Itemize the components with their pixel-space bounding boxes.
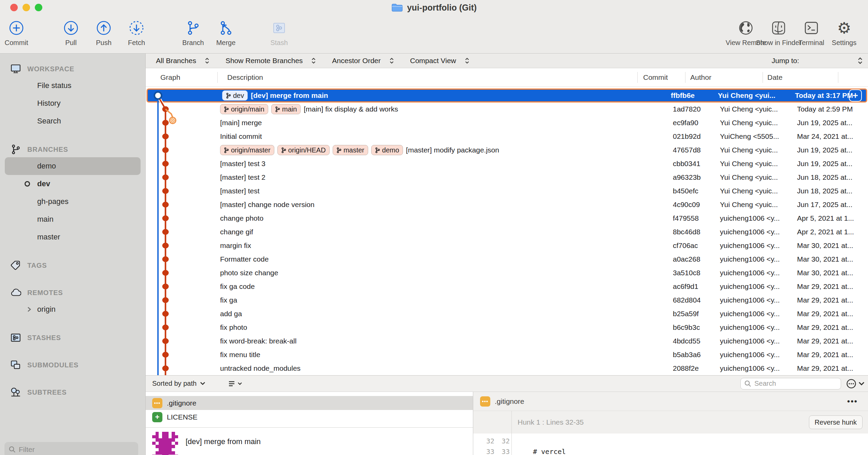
filter-dropdown-compact-view[interactable]: Compact View — [410, 57, 470, 65]
more-options-button[interactable]: ••• — [847, 397, 858, 406]
commit-date: Mar 29, 2021 at... — [793, 364, 868, 372]
commit-row[interactable]: fix photob6c9b3cyuicheng1006 <y...Mar 29… — [146, 321, 868, 334]
fetch-button[interactable]: Fetch — [120, 18, 153, 47]
diff-search-box[interactable] — [740, 378, 841, 390]
commit-row[interactable]: dev[dev] merge from mainffbfb6eYui Cheng… — [147, 89, 867, 102]
diff-line[interactable]: 3333# vercel — [473, 446, 868, 455]
sidebar-item-demo[interactable]: demo — [5, 157, 141, 175]
commit-row[interactable]: change gif8bc46d8yuicheng1006 <y...Apr 2… — [146, 225, 868, 239]
sidebar-section-header-branches[interactable]: BRANCHES — [0, 142, 145, 157]
sidebar-section-header-stashes[interactable]: STASHES — [0, 330, 145, 346]
sidebar-section-remotes: REMOTESorigin — [0, 285, 145, 318]
sidebar-section-header-workspace[interactable]: WORKSPACE — [0, 61, 145, 77]
branch-label-origin-main[interactable]: origin/main — [220, 104, 268, 114]
merge-button[interactable]: Merge — [209, 18, 242, 47]
branch-label-master[interactable]: master — [333, 145, 368, 155]
sidebar-item-gh-pages[interactable]: gh-pages — [5, 193, 141, 210]
column-header-author[interactable]: Author — [685, 72, 763, 83]
commit-row[interactable]: add gab25a59fyuicheng1006 <y...Mar 29, 2… — [146, 307, 868, 321]
commit-row[interactable]: photo size change3a510c8yuicheng1006 <y.… — [146, 266, 868, 280]
commit-row[interactable]: [master] change node version4c90c09Yui C… — [146, 198, 868, 211]
sidebar-item-origin[interactable]: origin — [5, 300, 141, 318]
add-tag-button[interactable] — [849, 89, 862, 102]
commit-row[interactable]: margin fixcf706acyuicheng1006 <y...Mar 3… — [146, 239, 868, 252]
file-row-.gitignore[interactable]: •••.gitignore — [146, 396, 473, 410]
stash-button: Stash — [263, 18, 295, 47]
sidebar-section-header-subtrees[interactable]: SUBTREES — [0, 384, 145, 400]
commit-row[interactable]: Initial commit021b92dYuiCheng <5505...Ma… — [146, 130, 868, 143]
sidebar-filter-box[interactable] — [4, 442, 138, 455]
filter-dropdown-show-remote-branches[interactable]: Show Remote Branches — [226, 57, 316, 65]
commit-row[interactable]: [master] testb450efcYui Cheng <yuic...Ju… — [146, 184, 868, 198]
column-header-graph[interactable]: Graph — [146, 72, 217, 83]
diff-view-options-button[interactable] — [846, 378, 865, 389]
commit-row[interactable]: fix menu titleb5ab3a6yuicheng1006 <y...M… — [146, 348, 868, 362]
commit-row[interactable]: untracked node_modules2088f2eyuicheng100… — [146, 362, 868, 375]
diff-search-input[interactable] — [754, 380, 837, 387]
commit-row[interactable]: [master] test 2a96323bYui Cheng <yuic...… — [146, 171, 868, 184]
sidebar-item-label: dev — [37, 179, 50, 188]
filter-dropdown-ancestor-order[interactable]: Ancestor Order — [332, 57, 394, 65]
tag-icon — [10, 260, 21, 271]
reverse-hunk-button[interactable]: Reverse hunk — [809, 415, 863, 429]
description-cell: untracked node_modules — [217, 364, 667, 372]
commit-row[interactable]: origin/masterorigin/HEADmasterdemo[maste… — [146, 143, 868, 157]
sidebar-section-header-remotes[interactable]: REMOTES — [0, 285, 145, 300]
sidebar-item-main[interactable]: main — [5, 210, 141, 228]
file-added-icon: + — [152, 412, 162, 422]
changed-files-panel: •••.gitignore+LICENSE — [146, 392, 473, 455]
chevron-right-icon[interactable] — [27, 306, 32, 313]
sidebar-section-header-tags[interactable]: TAGS — [0, 258, 145, 273]
commit-row[interactable]: origin/mainmain[main] fix display & add … — [146, 102, 868, 116]
chevron-updown-icon[interactable] — [857, 57, 863, 65]
branch-label-text: main — [282, 105, 297, 113]
branch-label-origin-HEAD[interactable]: origin/HEAD — [277, 145, 330, 155]
commit-description: Formatter code — [220, 255, 269, 263]
sidebar-filter-input[interactable] — [19, 445, 134, 454]
commit-table-header: GraphDescriptionCommitAuthorDate — [146, 68, 868, 87]
search-icon — [9, 446, 16, 453]
commit-author: yuicheng1006 <y... — [715, 269, 793, 277]
diff-line[interactable]: 3232 — [473, 436, 868, 446]
sidebar-item-search[interactable]: Search — [5, 112, 141, 130]
sidebar-item-file-status[interactable]: File status — [5, 77, 141, 94]
commit-hash: 4c90c09 — [667, 201, 715, 209]
commit-author: YuiCheng <5505... — [715, 132, 793, 141]
sort-by-dropdown[interactable]: Sorted by path — [152, 380, 205, 387]
push-button[interactable]: Push — [87, 18, 120, 47]
pull-button[interactable]: Pull — [55, 18, 87, 47]
sidebar-section-header-submodules[interactable]: SUBMODULES — [0, 357, 145, 373]
commit-row[interactable]: Formatter codea0ac268yuicheng1006 <y...M… — [146, 252, 868, 266]
commit-row[interactable]: fix ga682d804yuicheng1006 <y...Mar 29, 2… — [146, 293, 868, 307]
commit-row[interactable]: fix word-break: break-all4bdcd55yuicheng… — [146, 334, 868, 348]
list-view-options-button[interactable] — [228, 380, 242, 387]
sidebar-section-tags: TAGS — [0, 258, 145, 273]
branch-button[interactable]: Branch — [177, 18, 209, 47]
branch-label-main[interactable]: main — [271, 104, 301, 114]
branch-label-origin-master[interactable]: origin/master — [220, 145, 274, 155]
column-header-description[interactable]: Description — [217, 72, 637, 83]
column-header-date[interactable]: Date — [763, 72, 838, 83]
description-cell: origin/masterorigin/HEADmasterdemo[maste… — [217, 145, 667, 155]
commit-button[interactable]: Commit — [0, 18, 33, 47]
sidebar-item-master[interactable]: master — [5, 228, 141, 246]
column-header-end[interactable] — [838, 72, 868, 83]
filter-dropdown-all-branches[interactable]: All Branches — [156, 57, 210, 65]
commit-row[interactable]: change photof479558yuicheng1006 <y...Apr… — [146, 211, 868, 225]
gutter-divider — [511, 411, 512, 434]
commit-row[interactable]: fix ga codeac6f9d1yuicheng1006 <y...Mar … — [146, 280, 868, 293]
settings-button[interactable]: ⚙Settings — [828, 18, 860, 47]
branch-label-dev[interactable]: dev — [222, 90, 248, 101]
commit-row[interactable]: [master] test 3cbb0341Yui Cheng <yuic...… — [146, 157, 868, 171]
column-header-commit[interactable]: Commit — [637, 72, 685, 83]
branch-label-demo[interactable]: demo — [371, 145, 403, 155]
file-row-license[interactable]: +LICENSE — [146, 410, 473, 424]
sidebar-section-title: SUBTREES — [27, 388, 67, 396]
sidebar-item-history[interactable]: History — [5, 94, 141, 112]
sidebar-item-dev[interactable]: dev — [5, 175, 141, 193]
terminal-button[interactable]: Terminal — [795, 18, 828, 47]
commit-description: fix photo — [220, 323, 247, 332]
show-in-finder-button[interactable]: Show in Finder — [762, 18, 795, 47]
branch-label-text: dev — [233, 92, 244, 100]
commit-row[interactable]: [main] mergeec9fa90Yui Cheng <yuic...Jun… — [146, 116, 868, 130]
